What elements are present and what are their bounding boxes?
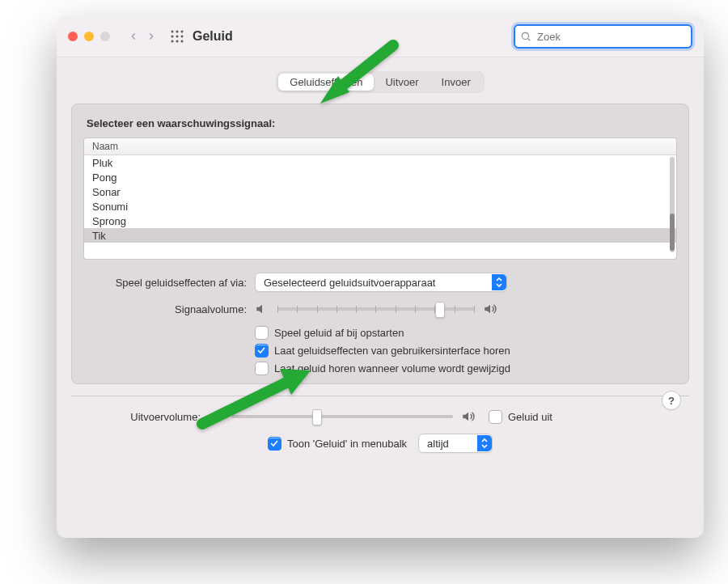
svg-point-2 (181, 31, 184, 33)
volume-feedback-label: Laat geluid horen wanneer volume wordt g… (274, 362, 510, 375)
startup-sound-checkbox[interactable] (255, 326, 269, 340)
sound-pref-window: Geluid Geluidseffecten Uitvoer Invoer Se… (57, 16, 704, 538)
show-in-menu-label: Toon 'Geluid' in menubalk (287, 438, 407, 450)
svg-point-0 (171, 31, 174, 33)
show-in-menu-checkbox[interactable] (268, 437, 281, 451)
svg-point-6 (171, 40, 174, 43)
svg-line-10 (528, 39, 531, 41)
speaker-low-icon (255, 302, 269, 316)
play-via-value: Geselecteerd geluidsuitvoerapparaat (264, 277, 435, 289)
output-section: Uitvoervolume: Geluid uit Toon 'Geluid' … (57, 396, 704, 453)
tabs: Geluidseffecten Uitvoer Invoer (277, 72, 483, 92)
list-item[interactable]: Sprong (84, 214, 676, 228)
back-icon[interactable] (128, 31, 139, 42)
tab-sound-effects[interactable]: Geluidseffecten (278, 74, 374, 91)
list-item[interactable]: Pong (84, 170, 676, 184)
output-volume-label: Uitvoervolume: (74, 411, 209, 423)
search-input[interactable] (535, 27, 686, 46)
list-item[interactable]: Sonumi (84, 199, 676, 214)
minimize-window-button[interactable] (84, 32, 94, 41)
svg-point-3 (171, 36, 174, 38)
list-column-name: Naam (83, 138, 677, 155)
svg-point-9 (522, 32, 528, 39)
forward-icon[interactable] (146, 31, 157, 42)
svg-point-1 (176, 31, 179, 33)
output-volume-slider[interactable] (209, 408, 476, 425)
apps-grid-icon[interactable] (170, 29, 184, 44)
speaker-low-icon (209, 409, 223, 424)
search-icon (520, 31, 531, 42)
tab-input[interactable]: Invoer (430, 74, 482, 91)
mute-checkbox[interactable] (489, 410, 502, 424)
chevron-updown-icon (492, 274, 506, 290)
when-value: altijd (427, 438, 449, 450)
close-window-button[interactable] (68, 32, 78, 41)
alert-volume-slider[interactable] (255, 300, 497, 318)
list-item[interactable]: Sonar (84, 184, 676, 199)
list-scrollbar[interactable] (670, 157, 675, 252)
svg-point-4 (176, 36, 179, 38)
alert-sound-list[interactable]: Pluk Pong Sonar Sonumi Sprong Tik (83, 155, 677, 260)
mute-label: Geluid uit (508, 411, 552, 423)
tab-output[interactable]: Uitvoer (374, 74, 430, 91)
traffic-lights (68, 32, 110, 41)
speaker-high-icon (483, 302, 497, 316)
when-select[interactable]: altijd (418, 434, 493, 453)
zoom-window-button[interactable] (100, 32, 110, 41)
toolbar: Geluid (57, 16, 704, 57)
alert-volume-label: Signaalvolume: (88, 303, 255, 315)
list-item[interactable]: Pluk (84, 155, 676, 170)
play-via-select[interactable]: Geselecteerd geluidsuitvoerapparaat (255, 273, 507, 292)
svg-point-8 (181, 40, 184, 43)
svg-point-7 (176, 40, 179, 43)
search-field[interactable] (514, 24, 692, 49)
ui-sounds-label: Laat geluidseffecten van gebruikersinter… (274, 345, 510, 357)
page-title: Geluid (193, 29, 233, 44)
volume-feedback-checkbox[interactable] (255, 362, 269, 375)
startup-sound-label: Speel geluid af bij opstarten (274, 327, 404, 339)
panel-header: Selecteer een waarschuwingssignaal: (87, 117, 675, 129)
svg-point-5 (181, 36, 184, 38)
list-item[interactable]: Tik (84, 228, 676, 243)
sound-effects-panel: Selecteer een waarschuwingssignaal: Naam… (71, 104, 689, 384)
chevron-updown-icon (477, 435, 492, 451)
play-via-label: Speel geluidseffecten af via: (88, 277, 255, 289)
ui-sounds-checkbox[interactable] (255, 344, 269, 358)
speaker-high-icon (461, 409, 476, 424)
help-button[interactable]: ? (662, 391, 681, 410)
